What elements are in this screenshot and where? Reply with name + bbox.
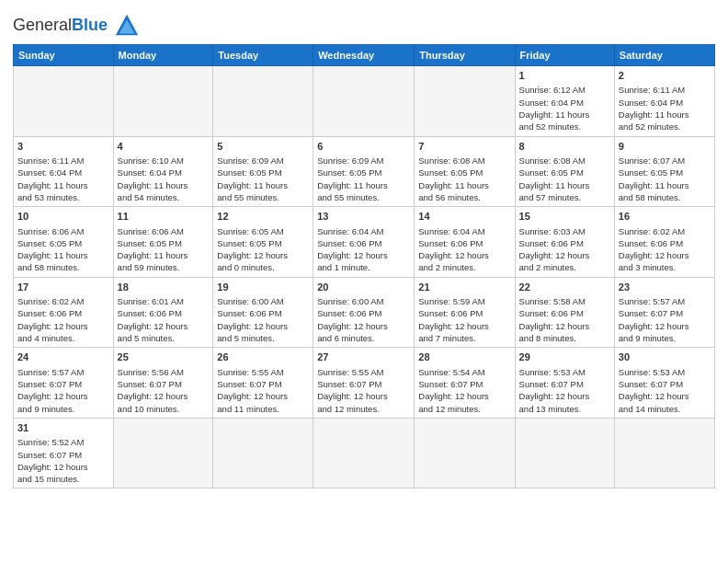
calendar-day-cell bbox=[515, 418, 614, 488]
day-number: 24 bbox=[17, 350, 109, 364]
day-info: Sunrise: 5:57 AM Sunset: 6:07 PM Dayligh… bbox=[619, 296, 689, 343]
calendar-day-cell: 3Sunrise: 6:11 AM Sunset: 6:04 PM Daylig… bbox=[14, 136, 114, 207]
day-number: 4 bbox=[118, 140, 210, 154]
day-number: 7 bbox=[418, 140, 510, 154]
weekday-header-monday: Monday bbox=[113, 45, 213, 66]
day-info: Sunrise: 5:58 AM Sunset: 6:06 PM Dayligh… bbox=[519, 296, 590, 343]
day-number: 18 bbox=[118, 281, 210, 294]
calendar-day-cell: 25Sunrise: 5:56 AM Sunset: 6:07 PM Dayli… bbox=[113, 348, 213, 419]
calendar-day-cell: 15Sunrise: 6:03 AM Sunset: 6:06 PM Dayli… bbox=[515, 207, 614, 278]
day-info: Sunrise: 6:02 AM Sunset: 6:06 PM Dayligh… bbox=[619, 226, 689, 273]
calendar-day-cell: 20Sunrise: 6:00 AM Sunset: 6:06 PM Dayli… bbox=[313, 277, 415, 348]
day-number: 13 bbox=[317, 210, 410, 224]
calendar-day-cell: 27Sunrise: 5:55 AM Sunset: 6:07 PM Dayli… bbox=[313, 348, 415, 419]
day-number: 9 bbox=[619, 140, 711, 154]
calendar-day-cell: 31Sunrise: 5:52 AM Sunset: 6:07 PM Dayli… bbox=[14, 418, 114, 488]
day-info: Sunrise: 5:55 AM Sunset: 6:07 PM Dayligh… bbox=[317, 367, 388, 414]
calendar-day-cell: 9Sunrise: 6:07 AM Sunset: 6:05 PM Daylig… bbox=[614, 136, 714, 207]
day-number: 25 bbox=[118, 350, 210, 364]
day-number: 26 bbox=[217, 350, 309, 364]
calendar-day-cell: 2Sunrise: 6:11 AM Sunset: 6:04 PM Daylig… bbox=[614, 66, 714, 137]
calendar-day-cell: 7Sunrise: 6:08 AM Sunset: 6:05 PM Daylig… bbox=[415, 136, 515, 207]
day-number: 5 bbox=[217, 140, 309, 154]
day-info: Sunrise: 5:57 AM Sunset: 6:07 PM Dayligh… bbox=[17, 367, 88, 414]
day-number: 19 bbox=[217, 281, 309, 294]
day-number: 30 bbox=[619, 350, 711, 364]
day-info: Sunrise: 6:00 AM Sunset: 6:06 PM Dayligh… bbox=[317, 296, 388, 343]
calendar-day-cell: 14Sunrise: 6:04 AM Sunset: 6:06 PM Dayli… bbox=[415, 207, 515, 278]
day-number: 20 bbox=[317, 281, 410, 294]
day-number: 22 bbox=[519, 281, 610, 294]
calendar-day-cell bbox=[113, 66, 213, 137]
calendar-day-cell: 10Sunrise: 6:06 AM Sunset: 6:05 PM Dayli… bbox=[14, 207, 114, 278]
calendar-day-cell: 17Sunrise: 6:02 AM Sunset: 6:06 PM Dayli… bbox=[14, 277, 114, 348]
calendar-week-row: 10Sunrise: 6:06 AM Sunset: 6:05 PM Dayli… bbox=[14, 207, 715, 278]
day-info: Sunrise: 6:11 AM Sunset: 6:04 PM Dayligh… bbox=[619, 85, 689, 132]
calendar-day-cell bbox=[213, 418, 313, 488]
calendar-day-cell: 13Sunrise: 6:04 AM Sunset: 6:06 PM Dayli… bbox=[313, 207, 415, 278]
day-number: 21 bbox=[418, 281, 510, 294]
weekday-header-saturday: Saturday bbox=[614, 45, 714, 66]
calendar-day-cell: 8Sunrise: 6:08 AM Sunset: 6:05 PM Daylig… bbox=[515, 136, 614, 207]
day-info: Sunrise: 6:11 AM Sunset: 6:04 PM Dayligh… bbox=[17, 155, 88, 202]
day-number: 28 bbox=[418, 350, 510, 364]
calendar-day-cell bbox=[113, 418, 213, 488]
day-info: Sunrise: 6:01 AM Sunset: 6:06 PM Dayligh… bbox=[118, 296, 188, 343]
weekday-header-wednesday: Wednesday bbox=[313, 45, 415, 66]
day-info: Sunrise: 6:10 AM Sunset: 6:04 PM Dayligh… bbox=[118, 155, 188, 202]
day-info: Sunrise: 6:05 AM Sunset: 6:05 PM Dayligh… bbox=[217, 226, 288, 273]
calendar-day-cell bbox=[213, 66, 313, 137]
weekday-header-friday: Friday bbox=[515, 45, 614, 66]
day-number: 27 bbox=[317, 350, 410, 364]
day-number: 29 bbox=[519, 350, 610, 364]
day-info: Sunrise: 6:08 AM Sunset: 6:05 PM Dayligh… bbox=[418, 155, 489, 202]
calendar-day-cell: 30Sunrise: 5:53 AM Sunset: 6:07 PM Dayli… bbox=[614, 348, 714, 419]
calendar-day-cell bbox=[415, 418, 515, 488]
calendar-week-row: 31Sunrise: 5:52 AM Sunset: 6:07 PM Dayli… bbox=[14, 418, 715, 488]
calendar-day-cell: 6Sunrise: 6:09 AM Sunset: 6:05 PM Daylig… bbox=[313, 136, 415, 207]
day-info: Sunrise: 6:00 AM Sunset: 6:06 PM Dayligh… bbox=[217, 296, 288, 343]
calendar-week-row: 17Sunrise: 6:02 AM Sunset: 6:06 PM Dayli… bbox=[14, 277, 715, 348]
day-info: Sunrise: 6:04 AM Sunset: 6:06 PM Dayligh… bbox=[317, 226, 388, 273]
calendar-day-cell: 21Sunrise: 5:59 AM Sunset: 6:06 PM Dayli… bbox=[415, 277, 515, 348]
day-number: 6 bbox=[317, 140, 410, 154]
day-info: Sunrise: 5:54 AM Sunset: 6:07 PM Dayligh… bbox=[418, 367, 489, 414]
calendar-week-row: 24Sunrise: 5:57 AM Sunset: 6:07 PM Dayli… bbox=[14, 348, 715, 419]
calendar-day-cell bbox=[313, 418, 415, 488]
calendar-day-cell: 1Sunrise: 6:12 AM Sunset: 6:04 PM Daylig… bbox=[515, 66, 614, 137]
day-info: Sunrise: 6:09 AM Sunset: 6:05 PM Dayligh… bbox=[217, 155, 288, 202]
day-number: 31 bbox=[17, 421, 109, 435]
day-info: Sunrise: 6:12 AM Sunset: 6:04 PM Dayligh… bbox=[519, 85, 590, 132]
weekday-header-row: SundayMondayTuesdayWednesdayThursdayFrid… bbox=[14, 45, 715, 66]
calendar-day-cell bbox=[415, 66, 515, 137]
calendar-day-cell: 11Sunrise: 6:06 AM Sunset: 6:05 PM Dayli… bbox=[113, 207, 213, 278]
day-number: 10 bbox=[17, 210, 109, 224]
calendar-day-cell: 23Sunrise: 5:57 AM Sunset: 6:07 PM Dayli… bbox=[614, 277, 714, 348]
calendar-day-cell: 26Sunrise: 5:55 AM Sunset: 6:07 PM Dayli… bbox=[213, 348, 313, 419]
calendar-day-cell: 24Sunrise: 5:57 AM Sunset: 6:07 PM Dayli… bbox=[14, 348, 114, 419]
day-info: Sunrise: 5:53 AM Sunset: 6:07 PM Dayligh… bbox=[519, 367, 590, 414]
day-info: Sunrise: 6:04 AM Sunset: 6:06 PM Dayligh… bbox=[418, 226, 489, 273]
calendar-day-cell bbox=[614, 418, 714, 488]
day-info: Sunrise: 5:52 AM Sunset: 6:07 PM Dayligh… bbox=[17, 437, 88, 484]
calendar-week-row: 3Sunrise: 6:11 AM Sunset: 6:04 PM Daylig… bbox=[14, 136, 715, 207]
day-number: 12 bbox=[217, 210, 309, 224]
calendar-day-cell: 19Sunrise: 6:00 AM Sunset: 6:06 PM Dayli… bbox=[213, 277, 313, 348]
calendar-day-cell bbox=[313, 66, 415, 137]
calendar-day-cell: 12Sunrise: 6:05 AM Sunset: 6:05 PM Dayli… bbox=[213, 207, 313, 278]
day-number: 3 bbox=[17, 140, 109, 154]
weekday-header-sunday: Sunday bbox=[14, 45, 114, 66]
day-info: Sunrise: 5:55 AM Sunset: 6:07 PM Dayligh… bbox=[217, 367, 288, 414]
day-info: Sunrise: 5:56 AM Sunset: 6:07 PM Dayligh… bbox=[118, 367, 188, 414]
day-number: 15 bbox=[519, 210, 610, 224]
weekday-header-tuesday: Tuesday bbox=[213, 45, 313, 66]
day-number: 11 bbox=[118, 210, 210, 224]
day-info: Sunrise: 6:08 AM Sunset: 6:05 PM Dayligh… bbox=[519, 155, 590, 202]
day-number: 23 bbox=[619, 281, 711, 294]
weekday-header-thursday: Thursday bbox=[415, 45, 515, 66]
logo: GeneralBlue bbox=[13, 13, 140, 39]
day-info: Sunrise: 6:07 AM Sunset: 6:05 PM Dayligh… bbox=[619, 155, 689, 202]
day-number: 14 bbox=[418, 210, 510, 224]
day-number: 8 bbox=[519, 140, 610, 154]
calendar-body: 1Sunrise: 6:12 AM Sunset: 6:04 PM Daylig… bbox=[14, 66, 715, 488]
